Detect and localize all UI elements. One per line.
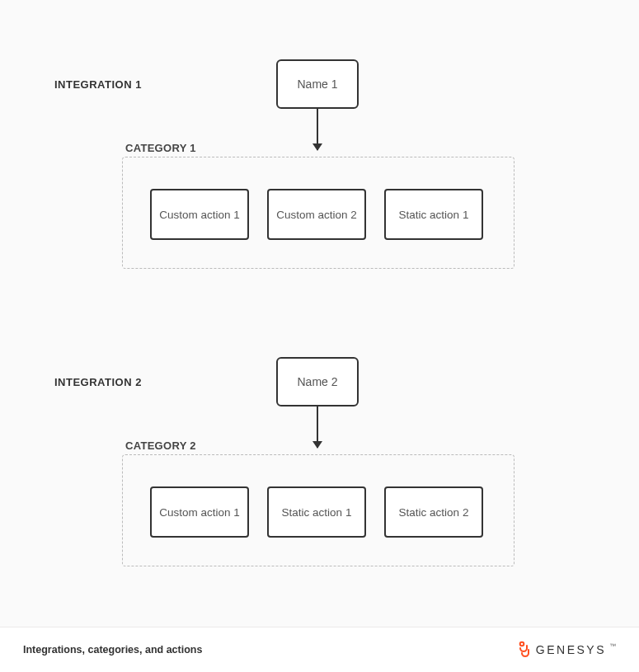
- category-2-label: CATEGORY 2: [125, 439, 196, 452]
- action-box: Custom action 1: [150, 486, 249, 538]
- category-1-actions: Custom action 1 Custom action 2 Static a…: [150, 189, 483, 240]
- brand-name: GENESYS: [536, 643, 606, 656]
- category-2-actions: Custom action 1 Static action 1 Static a…: [150, 486, 483, 538]
- arrow-integration-2: [317, 406, 318, 448]
- action-label: Static action 1: [282, 506, 352, 519]
- action-label: Static action 2: [399, 506, 469, 519]
- action-label: Custom action 2: [276, 209, 357, 221]
- brand-logo: GENESYS ™: [518, 641, 616, 659]
- footer-caption: Integrations, categories, and actions: [23, 644, 202, 656]
- action-label: Static action 1: [399, 209, 469, 221]
- action-box: Static action 2: [384, 486, 483, 538]
- action-box: Static action 1: [384, 189, 483, 240]
- integration-1-name-box: Name 1: [276, 59, 359, 109]
- integration-2-name-text: Name 2: [297, 375, 337, 388]
- action-label: Custom action 1: [159, 506, 240, 519]
- integration-2-label: INTEGRATION 2: [54, 376, 142, 388]
- arrow-integration-1: [317, 109, 318, 150]
- diagram-canvas: INTEGRATION 1 Name 1 CATEGORY 1 Custom a…: [0, 0, 639, 672]
- action-label: Custom action 1: [159, 209, 240, 221]
- integration-1-name-text: Name 1: [297, 78, 337, 91]
- action-box: Static action 1: [267, 486, 366, 538]
- genesys-mark-icon: [518, 641, 531, 659]
- integration-1-label: INTEGRATION 1: [54, 78, 142, 91]
- category-1-label: CATEGORY 1: [125, 142, 196, 154]
- svg-point-0: [519, 642, 524, 646]
- action-box: Custom action 2: [267, 189, 366, 240]
- footer-bar: Integrations, categories, and actions GE…: [0, 627, 639, 672]
- integration-2-name-box: Name 2: [276, 357, 359, 406]
- action-box: Custom action 1: [150, 189, 249, 240]
- brand-trademark: ™: [609, 642, 616, 650]
